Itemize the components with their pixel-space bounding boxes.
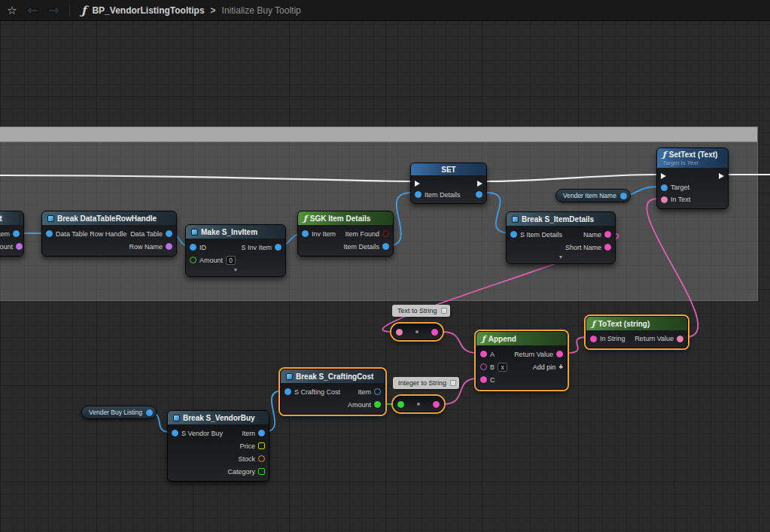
amount-value-field[interactable]: 0: [226, 256, 236, 265]
node-break-s-vendorbuy[interactable]: Break S_VendorBuy S Vendor Buy Item Pric…: [167, 410, 269, 482]
node-make-s-invitem[interactable]: Make S_InvItem ID S Inv Item Amount 0 ▼: [185, 224, 286, 277]
pin-amount[interactable]: [190, 257, 196, 263]
node-header: Break S_CraftingCost: [281, 369, 385, 383]
back-button[interactable]: [23, 3, 41, 18]
add-pin-button[interactable]: Add pin +: [533, 363, 563, 371]
node-set-item-details[interactable]: SET Item Details: [410, 163, 487, 204]
node-collapse-chevron[interactable]: ▼: [507, 254, 615, 260]
node-append[interactable]: ƒ Append A Return Value B x Add pin +: [476, 331, 568, 390]
pin-item-details-out[interactable]: [382, 243, 389, 250]
bubble-label: Text to String: [397, 307, 437, 315]
node-header: SET: [411, 163, 486, 175]
breadcrumb-current-graph: Initialize Buy Tooltip: [222, 5, 301, 16]
pin-s-inv-item[interactable]: [275, 244, 282, 251]
pin-return-value[interactable]: [677, 336, 683, 342]
breadcrumb-parent[interactable]: BP_VendorListingTooltips: [92, 5, 204, 16]
pin-vender-buy-listing-out[interactable]: [146, 409, 153, 416]
variable-label: Vender Item Name: [563, 192, 616, 199]
pin-item-details-in[interactable]: [415, 191, 422, 198]
pin-id[interactable]: [190, 244, 196, 251]
pin-label: Category: [227, 468, 255, 476]
b-value-field[interactable]: x: [498, 363, 507, 372]
node-break-datatablerowhandle[interactable]: Break DataTableRowHandle Data Table Row …: [41, 211, 177, 257]
bubble-pin-icon[interactable]: [450, 380, 456, 386]
node-title: Break S_ItemDetails: [522, 215, 594, 223]
node-sgk-item-details[interactable]: ƒ SGK Item Details Inv Item Item Found I…: [297, 211, 394, 257]
pin-price-out[interactable]: [258, 442, 265, 449]
conversion-dot-icon: [417, 403, 420, 406]
comment-resize-handle[interactable]: [747, 290, 755, 298]
pin-label: Item Details: [425, 191, 461, 199]
node-totext-string[interactable]: ƒ ToText (string) In String Return Value: [586, 316, 688, 348]
break-struct-icon: [512, 216, 519, 223]
var-vender-buy-listing[interactable]: Vender Buy Listing: [81, 406, 157, 419]
node-header: Break S_ItemDetails: [507, 212, 615, 226]
node-break-s-itemdetails[interactable]: Break S_ItemDetails S Item Details Name …: [506, 211, 616, 264]
pin-s-item-details[interactable]: [510, 231, 517, 238]
pin-inv-item[interactable]: [302, 230, 309, 237]
pin-data-table-row-handle[interactable]: [46, 230, 53, 237]
pin-short-name[interactable]: [604, 244, 611, 251]
node-collapse-chevron[interactable]: ▼: [186, 266, 285, 273]
pin-label: A: [490, 351, 495, 358]
pin-vender-item-name-out[interactable]: [620, 193, 627, 199]
pin-s-crafting-cost[interactable]: [285, 388, 291, 395]
pin-row-name[interactable]: [166, 243, 172, 250]
pin-label: B: [490, 363, 495, 371]
node-title-bubble-integer-to-string[interactable]: Integer to String: [393, 377, 459, 389]
pin-in-string[interactable]: [590, 336, 597, 342]
pin-amount-out[interactable]: [374, 401, 381, 408]
exec-out-pin[interactable]: [719, 173, 724, 179]
function-icon: ƒ: [81, 4, 86, 17]
toolbar-divider: [69, 5, 70, 17]
pin-item-out[interactable]: [374, 388, 381, 395]
forward-button[interactable]: [45, 3, 63, 18]
bubble-pin-icon[interactable]: [441, 308, 447, 314]
pin-item-found[interactable]: [382, 230, 389, 237]
pin-label: Stock: [238, 455, 255, 463]
pin-string-out[interactable]: [433, 401, 440, 408]
pin-b[interactable]: [480, 363, 487, 370]
pin-amount-out[interactable]: [16, 243, 23, 250]
pin-label: Return Value: [514, 351, 553, 358]
var-vender-item-name[interactable]: Vender Item Name: [555, 189, 631, 202]
pin-string-out[interactable]: [431, 329, 438, 336]
exec-in-pin[interactable]: [661, 173, 666, 179]
node-title: Append: [488, 335, 516, 343]
pin-label: S Crafting Cost: [294, 388, 340, 396]
node-break-s-craftingcost[interactable]: Break S_CraftingCost S Crafting Cost Ite…: [280, 369, 385, 415]
pin-label: Item Found: [345, 230, 379, 238]
pin-in-text[interactable]: [661, 196, 668, 203]
bubble-label: Integer to String: [398, 379, 446, 387]
pin-text-in[interactable]: [396, 329, 403, 336]
pin-item-out[interactable]: [13, 230, 20, 237]
function-icon: ƒ: [303, 214, 307, 223]
pin-name[interactable]: [604, 231, 611, 238]
exec-out-pin[interactable]: [477, 181, 482, 187]
pin-stock-out[interactable]: [258, 455, 265, 462]
node-settext[interactable]: ƒ SetText (Text) Target is Text Target I…: [656, 147, 729, 209]
breadcrumb-chevron-icon: >: [211, 5, 216, 16]
pin-label: S Vendor Buy: [181, 430, 223, 437]
add-pin-label: Add pin: [533, 363, 556, 371]
node-integer-to-string[interactable]: [393, 396, 444, 412]
pin-label: Item: [0, 230, 10, 238]
pin-return-value[interactable]: [556, 351, 563, 357]
pin-category-out[interactable]: [258, 468, 265, 475]
comment-title-bar[interactable]: [0, 127, 757, 142]
node-text-to-string[interactable]: [391, 324, 443, 340]
pin-s-vendor-buy[interactable]: [172, 430, 178, 436]
pin-c[interactable]: [480, 376, 487, 383]
pin-item-out[interactable]: [258, 430, 265, 436]
node-title-bubble-text-to-string[interactable]: Text to String: [392, 305, 450, 317]
pin-a[interactable]: [480, 351, 487, 357]
pin-item-details-out[interactable]: [476, 191, 482, 198]
favorite-star-icon[interactable]: ☆: [5, 4, 20, 17]
pin-data-table[interactable]: [166, 230, 172, 237]
pin-target[interactable]: [661, 184, 668, 191]
pin-label: mount: [0, 243, 13, 251]
node-partial-left[interactable]: st Item mount: [0, 211, 24, 257]
pin-integer-in[interactable]: [397, 401, 404, 408]
exec-in-pin[interactable]: [415, 181, 420, 187]
pin-label: Data Table: [130, 230, 163, 238]
